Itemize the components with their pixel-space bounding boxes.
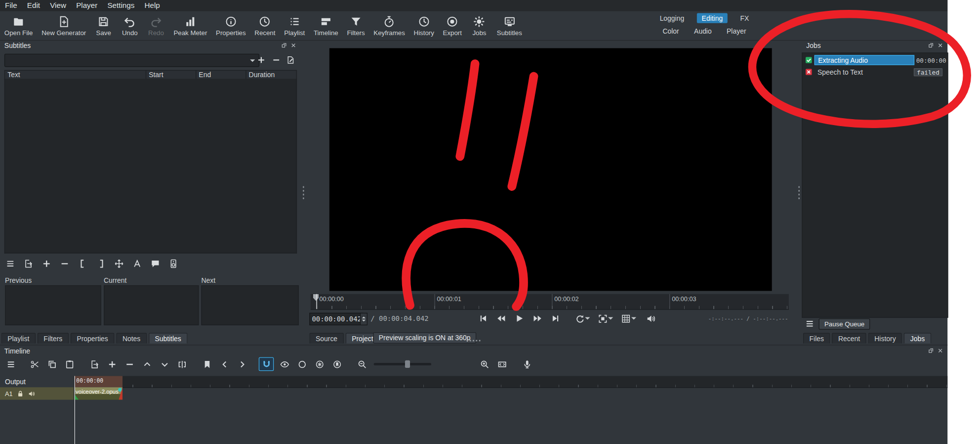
output-track-head[interactable]: Output: [0, 376, 74, 387]
next-subtitle-box[interactable]: [201, 285, 298, 325]
tab-recent[interactable]: Recent: [832, 333, 866, 344]
tab-properties[interactable]: Properties: [71, 333, 115, 344]
record-audio-button[interactable]: [520, 358, 534, 370]
jobs-menu-button[interactable]: [803, 318, 816, 330]
job-row-speech-to-text[interactable]: Speech to Text failed: [803, 66, 948, 78]
trim-in-handle[interactable]: [75, 394, 79, 400]
current-position-field[interactable]: 00:00:00.042: [309, 313, 363, 325]
zoom-slider-handle[interactable]: [405, 360, 410, 368]
tab-notes[interactable]: Notes: [116, 333, 147, 344]
edit-subtitle-track-button[interactable]: [285, 54, 296, 66]
layout-logging[interactable]: Logging: [657, 13, 687, 23]
column-duration[interactable]: Duration: [249, 71, 275, 78]
speech-to-text-button[interactable]: [149, 258, 161, 269]
tab-playlist[interactable]: Playlist: [1, 333, 36, 344]
float-panel-icon[interactable]: [281, 43, 286, 48]
loop-menu-button[interactable]: [575, 312, 590, 324]
peak-meter-button[interactable]: Peak Meter: [169, 14, 212, 37]
lift-button[interactable]: [140, 358, 154, 370]
ripple-delete-button[interactable]: [122, 358, 136, 370]
timeline-button[interactable]: Timeline: [309, 14, 342, 37]
trim-out-handle[interactable]: [119, 387, 122, 400]
close-panel-icon[interactable]: [290, 43, 296, 48]
set-start-button[interactable]: [76, 258, 88, 269]
column-text[interactable]: Text: [7, 71, 20, 78]
tab-files[interactable]: Files: [803, 333, 830, 344]
layout-editing[interactable]: Editing: [696, 13, 728, 23]
remove-subtitle-button[interactable]: [58, 258, 71, 269]
menu-settings[interactable]: Settings: [102, 0, 139, 10]
subtitles-menu-button[interactable]: [4, 258, 16, 269]
lock-icon[interactable]: [17, 390, 24, 397]
text-style-button[interactable]: [130, 258, 143, 269]
playlist-button[interactable]: Playlist: [280, 14, 309, 37]
fast-forward-button[interactable]: [530, 312, 545, 324]
tab-history[interactable]: History: [868, 333, 902, 344]
copy-button[interactable]: [45, 358, 59, 370]
float-panel-icon[interactable]: [928, 348, 934, 354]
close-panel-icon[interactable]: [938, 43, 943, 48]
horizontal-splitter[interactable]: [466, 339, 482, 342]
volume-button[interactable]: [643, 312, 658, 324]
column-start[interactable]: Start: [149, 71, 163, 78]
snap-toggle[interactable]: [259, 357, 274, 371]
filters-button[interactable]: Filters: [343, 14, 369, 37]
layout-color[interactable]: Color: [660, 26, 681, 36]
menu-player[interactable]: Player: [71, 0, 102, 10]
import-export-button[interactable]: [22, 258, 34, 269]
export-button[interactable]: Export: [439, 14, 466, 37]
scrub-while-dragging-toggle[interactable]: [278, 358, 291, 370]
add-subtitle-track-button[interactable]: [255, 54, 267, 66]
subtitles-table-body[interactable]: [4, 79, 297, 253]
layout-fx[interactable]: FX: [738, 13, 752, 23]
menu-file[interactable]: File: [0, 0, 22, 10]
tab-source[interactable]: Source: [309, 333, 343, 344]
ripple-all-tracks-toggle[interactable]: [313, 358, 327, 370]
open-file-button[interactable]: Open File: [0, 14, 37, 37]
set-end-button[interactable]: [94, 258, 107, 269]
mute-speaker-icon[interactable]: [28, 390, 35, 397]
ripple-toggle[interactable]: [295, 358, 309, 370]
subtitle-track-dropdown[interactable]: [4, 54, 259, 67]
grid-menu-button[interactable]: [621, 312, 636, 324]
paste-button[interactable]: [63, 358, 77, 370]
rewind-button[interactable]: [494, 312, 509, 324]
new-generator-button[interactable]: New Generator: [37, 14, 90, 37]
float-panel-icon[interactable]: [928, 43, 934, 48]
layout-audio[interactable]: Audio: [692, 26, 714, 36]
skip-to-end-button[interactable]: [548, 312, 563, 324]
menu-edit[interactable]: Edit: [22, 0, 45, 10]
job-row-extracting-audio[interactable]: Extracting Audio 00:00:00: [803, 54, 948, 66]
vertical-splitter[interactable]: [302, 185, 305, 200]
previous-marker-button[interactable]: [217, 358, 231, 370]
undo-button[interactable]: Undo: [117, 14, 143, 37]
tab-filters[interactable]: Filters: [38, 333, 69, 344]
timeline-playhead[interactable]: [75, 376, 75, 444]
burn-in-button[interactable]: [167, 258, 179, 269]
player-time-ruler[interactable]: 00:00:00 00:00:01 00:00:02 00:00:03: [311, 294, 789, 310]
layout-player[interactable]: Player: [724, 26, 749, 36]
zoom-slider[interactable]: [374, 363, 431, 365]
recent-button[interactable]: Recent: [250, 14, 280, 37]
add-subtitle-button[interactable]: [40, 258, 52, 269]
history-button[interactable]: History: [409, 14, 439, 37]
marker-button[interactable]: [200, 358, 214, 370]
previous-subtitle-box[interactable]: [5, 285, 101, 325]
zoom-fit-menu-button[interactable]: [598, 312, 613, 324]
pause-queue-button[interactable]: Pause Queue: [819, 318, 870, 329]
current-subtitle-box[interactable]: [104, 285, 199, 325]
close-panel-icon[interactable]: [938, 348, 943, 354]
overwrite-button[interactable]: [87, 358, 101, 370]
jobs-button[interactable]: Jobs: [466, 14, 492, 37]
video-preview[interactable]: [329, 48, 772, 291]
tab-subtitles[interactable]: Subtitles: [149, 333, 188, 344]
audio-track-head-a1[interactable]: A1: [0, 387, 74, 400]
audio-clip-voiceover[interactable]: voiceover-2.opus: [75, 387, 122, 400]
zoom-fit-button[interactable]: [495, 358, 509, 370]
skip-to-start-button[interactable]: [476, 312, 490, 324]
menu-view[interactable]: View: [45, 0, 71, 10]
preview-scaling-notice[interactable]: Preview scaling is ON at 360p: [373, 332, 476, 344]
zoom-in-button[interactable]: [478, 358, 491, 370]
split-button[interactable]: [175, 358, 189, 370]
keyframes-button[interactable]: Keyframes: [369, 14, 409, 37]
